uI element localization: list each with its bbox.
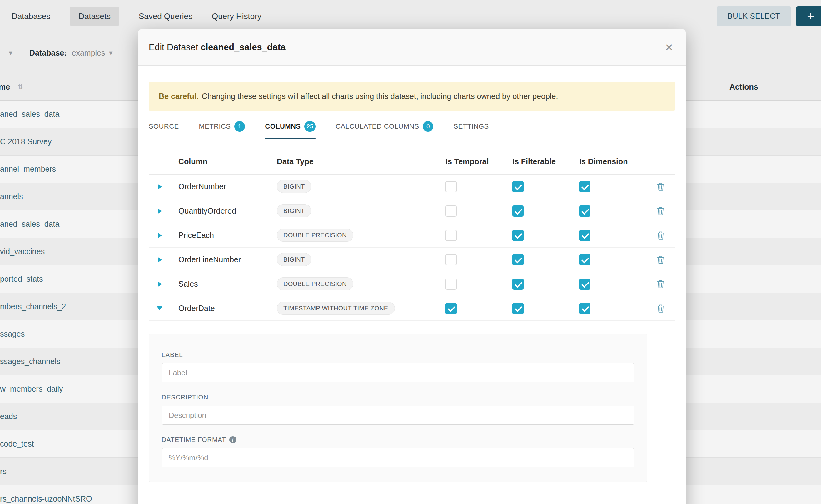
tab-metrics[interactable]: METRICS1 [199,121,245,139]
is-dimension-checkbox[interactable] [579,279,591,290]
info-icon[interactable]: i [229,436,236,443]
is-temporal-checkbox[interactable] [446,254,457,265]
is-dimension-checkbox[interactable] [579,254,591,265]
description-field-label: DESCRIPTION [161,393,635,401]
is-dimension-checkbox[interactable] [579,230,591,241]
delete-column-icon[interactable] [656,304,665,313]
column-row-sales: SalesDOUBLE PRECISION [149,272,675,296]
datetime-format-field-group: DATETIME FORMAT i [161,436,635,467]
column-row-orderdate: OrderDateTIMESTAMP WITHOUT TIME ZONE [149,296,675,321]
datetime-format-input[interactable] [161,448,635,467]
is-dimension-checkbox[interactable] [579,205,591,217]
modal-tabs: SOURCEMETRICS1COLUMNS25CALCULATED COLUMN… [149,121,675,139]
delete-column-icon[interactable] [656,182,665,191]
edit-dataset-modal: Edit Dataset cleaned_sales_data ✕ Be car… [138,29,686,504]
column-row-quantityordered: QuantityOrderedBIGINT [149,199,675,223]
data-type-pill: DOUBLE PRECISION [277,277,353,290]
is-filterable-checkbox[interactable] [512,181,524,192]
column-header: Column [171,157,277,166]
data-type-pill: BIGINT [277,253,311,266]
datetime-format-field-label: DATETIME FORMAT i [161,436,635,443]
modal-title-prefix: Edit Dataset [149,42,198,52]
is-filterable-header: Is Filterable [512,157,579,166]
is-temporal-checkbox[interactable] [446,181,457,192]
modal-title-dataset-name: cleaned_sales_data [200,42,285,52]
delete-column-icon[interactable] [656,279,665,289]
column-row-priceeach: PriceEachDOUBLE PRECISION [149,223,675,248]
column-name: OrderLineNumber [171,255,277,264]
tab-label: CALCULATED COLUMNS [335,122,419,131]
expand-caret-icon[interactable] [158,208,162,214]
is-temporal-checkbox[interactable] [446,303,457,314]
column-row-ordernumber: OrderNumberBIGINT [149,175,675,199]
is-dimension-header: Is Dimension [579,157,646,166]
expand-caret-icon[interactable] [158,281,162,287]
tab-calculated-columns[interactable]: CALCULATED COLUMNS0 [335,121,433,139]
close-icon[interactable]: ✕ [665,42,673,52]
tab-count-badge: 0 [423,121,433,132]
description-field-group: DESCRIPTION [161,393,635,425]
label-input[interactable] [161,363,635,382]
warning-banner-text: Changing these settings will affect all … [202,92,558,101]
tab-label: SOURCE [149,122,179,131]
is-temporal-checkbox[interactable] [446,279,457,290]
data-type-header: Data Type [277,157,446,166]
modal-header: Edit Dataset cleaned_sales_data ✕ [138,29,686,66]
warning-banner-bold: Be careful. [159,92,199,101]
data-type-pill: DOUBLE PRECISION [277,229,353,242]
column-name: PriceEach [171,231,277,240]
is-temporal-checkbox[interactable] [446,230,457,241]
is-temporal-checkbox[interactable] [446,205,457,217]
column-name: Sales [171,279,277,289]
is-filterable-checkbox[interactable] [512,279,524,290]
delete-column-icon[interactable] [656,206,665,216]
tab-label: SETTINGS [453,122,489,131]
description-input[interactable] [161,406,635,425]
column-row-orderlinenumber: OrderLineNumberBIGINT [149,248,675,272]
delete-column-icon[interactable] [656,231,665,240]
tab-count-badge: 25 [304,121,315,132]
modal-title: Edit Dataset cleaned_sales_data [149,42,286,52]
data-type-pill: BIGINT [277,204,311,217]
modal-body: Be careful. Changing these settings will… [138,82,686,482]
is-filterable-checkbox[interactable] [512,230,524,241]
tab-settings[interactable]: SETTINGS [453,121,489,139]
delete-column-icon[interactable] [656,255,665,264]
data-type-pill: BIGINT [277,180,311,193]
warning-banner: Be careful. Changing these settings will… [149,82,675,111]
column-detail-panel: LABEL DESCRIPTION DATETIME FORMAT i [149,334,647,482]
column-name: OrderDate [171,304,277,313]
expand-caret-icon[interactable] [158,233,162,238]
column-name: QuantityOrdered [171,206,277,215]
collapse-caret-icon[interactable] [157,306,162,310]
is-filterable-checkbox[interactable] [512,205,524,217]
is-temporal-header: Is Temporal [446,157,512,166]
column-name: OrderNumber [171,182,277,191]
tab-label: METRICS [199,122,231,131]
label-field-group: LABEL [161,351,635,382]
columns-table-body: OrderNumberBIGINTQuantityOrderedBIGINTPr… [149,175,675,321]
is-dimension-checkbox[interactable] [579,181,591,192]
is-dimension-checkbox[interactable] [579,303,591,314]
tab-label: COLUMNS [265,122,300,131]
is-filterable-checkbox[interactable] [512,254,524,265]
datetime-format-label-text: DATETIME FORMAT [161,436,226,443]
label-field-label: LABEL [161,351,635,358]
tab-count-badge: 1 [234,121,245,132]
columns-table-header: Column Data Type Is Temporal Is Filterab… [149,139,675,175]
data-type-pill: TIMESTAMP WITHOUT TIME ZONE [277,302,395,315]
is-filterable-checkbox[interactable] [512,303,524,314]
tab-source[interactable]: SOURCE [149,121,179,139]
expand-caret-icon[interactable] [158,184,162,190]
tab-columns[interactable]: COLUMNS25 [265,121,315,139]
expand-caret-icon[interactable] [158,257,162,263]
